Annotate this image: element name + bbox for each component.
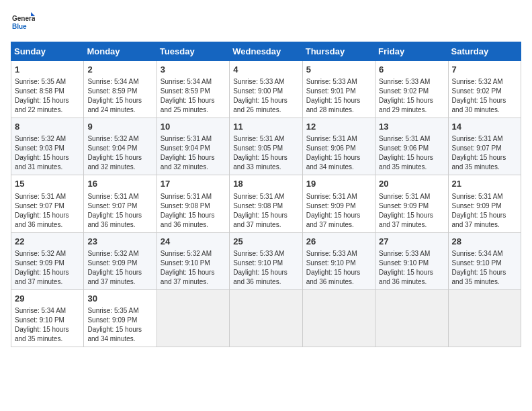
day-number: 13 [379, 121, 444, 133]
day-content: Sunrise: 5:33 AM Sunset: 9:10 PM Dayligh… [379, 249, 444, 287]
calendar-cell: 30Sunrise: 5:35 AM Sunset: 9:09 PM Dayli… [84, 289, 157, 347]
day-content: Sunrise: 5:33 AM Sunset: 9:01 PM Dayligh… [306, 77, 371, 115]
day-number: 9 [87, 121, 152, 133]
day-content: Sunrise: 5:32 AM Sunset: 9:09 PM Dayligh… [15, 249, 80, 287]
calendar-cell: 13Sunrise: 5:31 AM Sunset: 9:06 PM Dayli… [375, 118, 448, 175]
day-content: Sunrise: 5:31 AM Sunset: 9:05 PM Dayligh… [233, 134, 298, 172]
day-number: 6 [379, 64, 444, 76]
day-content: Sunrise: 5:32 AM Sunset: 9:09 PM Dayligh… [87, 249, 152, 287]
day-content: Sunrise: 5:33 AM Sunset: 9:10 PM Dayligh… [306, 249, 371, 287]
calendar-cell [448, 289, 521, 347]
weekday-monday: Monday [84, 42, 157, 61]
calendar-cell: 8Sunrise: 5:32 AM Sunset: 9:03 PM Daylig… [11, 118, 84, 175]
day-content: Sunrise: 5:32 AM Sunset: 9:04 PM Dayligh… [87, 134, 152, 172]
calendar-cell: 5Sunrise: 5:33 AM Sunset: 9:01 PM Daylig… [302, 61, 375, 118]
calendar-cell: 26Sunrise: 5:33 AM Sunset: 9:10 PM Dayli… [302, 232, 375, 289]
week-row-1: 1Sunrise: 5:35 AM Sunset: 8:58 PM Daylig… [11, 61, 521, 118]
calendar-cell [375, 289, 448, 347]
day-number: 30 [87, 293, 152, 305]
day-content: Sunrise: 5:34 AM Sunset: 8:59 PM Dayligh… [161, 77, 226, 115]
calendar-table: SundayMondayTuesdayWednesdayThursdayFrid… [11, 42, 521, 347]
week-row-4: 22Sunrise: 5:32 AM Sunset: 9:09 PM Dayli… [11, 232, 521, 289]
calendar-cell: 4Sunrise: 5:33 AM Sunset: 9:00 PM Daylig… [230, 61, 302, 118]
day-number: 11 [233, 121, 298, 133]
day-content: Sunrise: 5:35 AM Sunset: 8:58 PM Dayligh… [15, 77, 80, 115]
calendar-cell: 28Sunrise: 5:34 AM Sunset: 9:10 PM Dayli… [448, 232, 521, 289]
day-number: 10 [161, 121, 226, 133]
day-number: 16 [87, 178, 152, 190]
day-number: 25 [233, 236, 298, 248]
day-content: Sunrise: 5:35 AM Sunset: 9:09 PM Dayligh… [87, 306, 152, 344]
day-number: 15 [15, 178, 80, 190]
day-content: Sunrise: 5:34 AM Sunset: 9:10 PM Dayligh… [452, 249, 517, 287]
calendar-cell: 11Sunrise: 5:31 AM Sunset: 9:05 PM Dayli… [230, 118, 302, 175]
calendar-cell: 20Sunrise: 5:31 AM Sunset: 9:09 PM Dayli… [375, 175, 448, 232]
day-content: Sunrise: 5:31 AM Sunset: 9:09 PM Dayligh… [452, 192, 517, 230]
weekday-saturday: Saturday [448, 42, 521, 61]
calendar-cell [302, 289, 375, 347]
day-content: Sunrise: 5:31 AM Sunset: 9:08 PM Dayligh… [161, 192, 226, 230]
day-content: Sunrise: 5:32 AM Sunset: 9:02 PM Dayligh… [452, 77, 517, 115]
day-content: Sunrise: 5:31 AM Sunset: 9:06 PM Dayligh… [306, 134, 371, 172]
day-number: 5 [306, 64, 371, 76]
calendar-cell [157, 289, 229, 347]
calendar-cell: 25Sunrise: 5:33 AM Sunset: 9:10 PM Dayli… [230, 232, 302, 289]
day-number: 29 [15, 293, 80, 305]
calendar-cell [230, 289, 302, 347]
calendar-cell: 16Sunrise: 5:31 AM Sunset: 9:07 PM Dayli… [84, 175, 157, 232]
day-number: 23 [87, 236, 152, 248]
calendar-cell: 14Sunrise: 5:31 AM Sunset: 9:07 PM Dayli… [448, 118, 521, 175]
day-number: 22 [15, 236, 80, 248]
day-content: Sunrise: 5:34 AM Sunset: 9:10 PM Dayligh… [15, 306, 80, 344]
weekday-tuesday: Tuesday [157, 42, 229, 61]
day-content: Sunrise: 5:33 AM Sunset: 9:02 PM Dayligh… [379, 77, 444, 115]
calendar-cell: 24Sunrise: 5:32 AM Sunset: 9:10 PM Dayli… [157, 232, 229, 289]
calendar-cell: 27Sunrise: 5:33 AM Sunset: 9:10 PM Dayli… [375, 232, 448, 289]
day-number: 17 [161, 178, 226, 190]
calendar-cell: 6Sunrise: 5:33 AM Sunset: 9:02 PM Daylig… [375, 61, 448, 118]
day-number: 4 [233, 64, 298, 76]
day-number: 7 [452, 64, 517, 76]
calendar-cell: 7Sunrise: 5:32 AM Sunset: 9:02 PM Daylig… [448, 61, 521, 118]
calendar-cell: 22Sunrise: 5:32 AM Sunset: 9:09 PM Dayli… [11, 232, 84, 289]
day-content: Sunrise: 5:31 AM Sunset: 9:09 PM Dayligh… [306, 192, 371, 230]
weekday-thursday: Thursday [302, 42, 375, 61]
day-number: 28 [452, 236, 517, 248]
logo-svg: General Blue [11, 11, 35, 35]
day-number: 14 [452, 121, 517, 133]
day-number: 21 [452, 178, 517, 190]
day-number: 12 [306, 121, 371, 133]
day-number: 18 [233, 178, 298, 190]
calendar-cell: 1Sunrise: 5:35 AM Sunset: 8:58 PM Daylig… [11, 61, 84, 118]
day-content: Sunrise: 5:31 AM Sunset: 9:07 PM Dayligh… [87, 192, 152, 230]
day-number: 24 [161, 236, 226, 248]
day-content: Sunrise: 5:31 AM Sunset: 9:08 PM Dayligh… [233, 192, 298, 230]
day-content: Sunrise: 5:31 AM Sunset: 9:09 PM Dayligh… [379, 192, 444, 230]
weekday-friday: Friday [375, 42, 448, 61]
day-content: Sunrise: 5:31 AM Sunset: 9:07 PM Dayligh… [452, 134, 517, 172]
header: General Blue [11, 11, 521, 35]
calendar-cell: 18Sunrise: 5:31 AM Sunset: 9:08 PM Dayli… [230, 175, 302, 232]
calendar-cell: 29Sunrise: 5:34 AM Sunset: 9:10 PM Dayli… [11, 289, 84, 347]
svg-text:Blue: Blue [12, 23, 27, 30]
calendar-cell: 9Sunrise: 5:32 AM Sunset: 9:04 PM Daylig… [84, 118, 157, 175]
day-number: 3 [161, 64, 226, 76]
calendar-cell: 15Sunrise: 5:31 AM Sunset: 9:07 PM Dayli… [11, 175, 84, 232]
day-number: 26 [306, 236, 371, 248]
weekday-sunday: Sunday [11, 42, 84, 61]
day-content: Sunrise: 5:31 AM Sunset: 9:04 PM Dayligh… [161, 134, 226, 172]
day-content: Sunrise: 5:32 AM Sunset: 9:03 PM Dayligh… [15, 134, 80, 172]
week-row-3: 15Sunrise: 5:31 AM Sunset: 9:07 PM Dayli… [11, 175, 521, 232]
day-content: Sunrise: 5:31 AM Sunset: 9:06 PM Dayligh… [379, 134, 444, 172]
calendar-cell: 3Sunrise: 5:34 AM Sunset: 8:59 PM Daylig… [157, 61, 229, 118]
week-row-5: 29Sunrise: 5:34 AM Sunset: 9:10 PM Dayli… [11, 289, 521, 347]
weekday-header-row: SundayMondayTuesdayWednesdayThursdayFrid… [11, 42, 521, 61]
day-number: 8 [15, 121, 80, 133]
day-number: 20 [379, 178, 444, 190]
calendar-cell: 2Sunrise: 5:34 AM Sunset: 8:59 PM Daylig… [84, 61, 157, 118]
weekday-wednesday: Wednesday [230, 42, 302, 61]
logo: General Blue [11, 11, 35, 35]
calendar-cell: 23Sunrise: 5:32 AM Sunset: 9:09 PM Dayli… [84, 232, 157, 289]
day-number: 19 [306, 178, 371, 190]
day-content: Sunrise: 5:34 AM Sunset: 8:59 PM Dayligh… [87, 77, 152, 115]
